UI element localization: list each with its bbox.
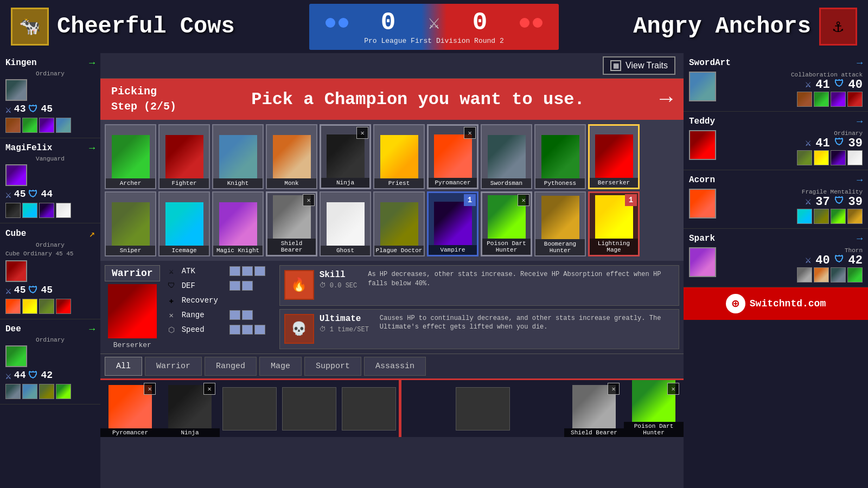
champion-boomerang[interactable]: Boomerang Hunter bbox=[534, 191, 586, 256]
empty-slot-2 bbox=[282, 387, 336, 431]
def-bar-1 bbox=[229, 281, 240, 291]
champion-icemage[interactable]: Icemage bbox=[158, 191, 210, 256]
swordart-right: Collaboration attack ⚔ 41 🛡 40 bbox=[720, 72, 863, 107]
ultimate-desc: Causes HP to continually decrease, and o… bbox=[380, 314, 674, 345]
archer-name: Archer bbox=[106, 178, 155, 188]
priest-name: Priest bbox=[374, 178, 424, 188]
champ-mini bbox=[5, 203, 21, 218]
teddy-arrow[interactable]: → bbox=[857, 116, 863, 127]
dots-left bbox=[326, 18, 348, 28]
teddy-role: Ordinary bbox=[720, 130, 863, 137]
champion-magic-knight[interactable]: Magic Knight bbox=[212, 191, 264, 256]
tab-ranged[interactable]: Ranged bbox=[205, 357, 257, 376]
bottom-pick-poison[interactable]: ✕ Poison Dart Hunter bbox=[624, 380, 684, 437]
cube-arrow[interactable]: ↗ bbox=[89, 228, 95, 240]
dee-champs bbox=[3, 383, 98, 401]
archer-sprite bbox=[112, 135, 150, 178]
traits-icon: ▦ bbox=[610, 60, 621, 71]
spark-arrow[interactable]: → bbox=[857, 233, 863, 244]
teddy-content: Ordinary ⚔ 41 🛡 39 bbox=[686, 129, 865, 167]
poison-bottom-name: Poison Dart Hunter bbox=[624, 422, 684, 437]
champion-fighter[interactable]: Fighter bbox=[158, 124, 210, 189]
score-row: 0 ⚔ 0 bbox=[309, 9, 559, 37]
cube-role-detail: Cube Ordinary 45 45 bbox=[3, 249, 98, 259]
magifelix-role: Vanguard bbox=[3, 155, 98, 163]
team-left-header: 🐄 Cheerful Cows bbox=[0, 8, 309, 46]
center-area: ▦ View Traits Picking Step (2/5) Pick a … bbox=[100, 53, 684, 488]
pyro-sprite bbox=[434, 134, 472, 178]
selected-champ-name: Warrior bbox=[105, 265, 160, 281]
champion-knight[interactable]: Knight bbox=[212, 124, 264, 189]
speed-bar-1 bbox=[229, 325, 240, 335]
kingen-arrow[interactable]: → bbox=[89, 57, 95, 68]
tab-warrior[interactable]: Warrior bbox=[145, 357, 202, 376]
acorn-arrow[interactable]: → bbox=[857, 175, 863, 185]
spark-role: Thorn bbox=[720, 247, 863, 254]
tab-all[interactable]: All bbox=[105, 357, 142, 376]
champ-mini bbox=[22, 118, 37, 133]
skill-title: Skill bbox=[320, 270, 358, 280]
bottom-pick-pyromancer[interactable]: ✕ Pyromancer bbox=[100, 380, 160, 437]
champion-swordsman[interactable]: Swordsman bbox=[481, 124, 532, 189]
magifelix-avatar bbox=[5, 164, 27, 186]
kingen-avatar bbox=[5, 79, 27, 101]
swordart-arrow[interactable]: → bbox=[857, 57, 863, 68]
pyro-bottom-name: Pyromancer bbox=[100, 428, 160, 437]
champion-plague-doctor[interactable]: Plague Doctor bbox=[373, 191, 425, 256]
dot-right-2 bbox=[533, 18, 542, 28]
champion-vampire[interactable]: 1 Vampire bbox=[427, 191, 478, 256]
champion-lightning-mage[interactable]: 1 Lightning Mage bbox=[588, 191, 640, 256]
r-champ-mini bbox=[814, 92, 829, 107]
player-acorn: Acorn → Fragile Mentality ⚔ 37 🛡 39 bbox=[684, 170, 868, 229]
main-content: Kingen → Ordinary ⚔ 43 🛡 45 M bbox=[0, 53, 868, 488]
left-sidebar: Kingen → Ordinary ⚔ 43 🛡 45 M bbox=[0, 53, 100, 488]
r-champ-mini bbox=[831, 150, 846, 165]
acorn-content: Fragile Mentality ⚔ 37 🛡 39 bbox=[686, 187, 865, 226]
bottom-empty-left bbox=[220, 380, 399, 437]
score-right: 0 bbox=[473, 9, 488, 37]
range-label: Range bbox=[182, 311, 225, 319]
priest-sprite bbox=[380, 135, 418, 178]
tab-support[interactable]: Support bbox=[304, 357, 361, 376]
bottom-pick-shield[interactable]: ✕ Shield Bearer bbox=[564, 380, 624, 437]
cube-header: Cube ↗ bbox=[3, 226, 98, 241]
dee-header: Dee → bbox=[3, 322, 98, 336]
champion-priest[interactable]: Priest bbox=[373, 124, 425, 189]
champion-pythoness[interactable]: Pythoness bbox=[534, 124, 586, 189]
champion-monk[interactable]: Monk bbox=[266, 124, 317, 189]
stat-row-speed: ⬡ Speed bbox=[165, 324, 274, 336]
bottom-empty-right bbox=[401, 380, 564, 437]
magifelix-arrow[interactable]: → bbox=[89, 143, 95, 153]
swordsman-sprite bbox=[488, 135, 526, 178]
champion-sniper[interactable]: Sniper bbox=[105, 191, 156, 256]
view-traits-button[interactable]: ▦ View Traits bbox=[603, 56, 675, 75]
dee-arrow[interactable]: → bbox=[89, 324, 95, 335]
switch-ad[interactable]: ⊕ Switchntd.com bbox=[684, 287, 868, 320]
champion-ghost[interactable]: Ghost bbox=[320, 191, 371, 256]
def-bar-2 bbox=[242, 281, 253, 291]
swordart-avatar bbox=[689, 72, 716, 101]
selected-champ-stats: ⚔ ATK 🛡 DEF ✚ bbox=[165, 265, 274, 349]
pyro-ban-icon: ✕ bbox=[464, 127, 476, 139]
player-panel-cube: Cube ↗ Ordinary Cube Ordinary 45 45 ⚔ 45… bbox=[0, 223, 100, 319]
champion-pyromancer[interactable]: ✕ Pyromancer bbox=[427, 124, 478, 189]
champion-row-1: Archer Fighter Knight Monk ✕ Ninja bbox=[105, 124, 679, 189]
champion-poison-dart[interactable]: ✕ Poison Dart Hunter bbox=[481, 191, 532, 256]
poison-ban-icon: ✕ bbox=[518, 194, 529, 206]
player-kingen-header: Kingen → bbox=[3, 56, 98, 70]
r-champ-mini bbox=[831, 267, 846, 282]
dots-right bbox=[520, 18, 542, 28]
dot-right-1 bbox=[520, 18, 529, 28]
spark-name: Spark bbox=[689, 234, 715, 243]
champion-shield-bearer[interactable]: ✕ Shield Bearer bbox=[266, 191, 317, 256]
champion-archer[interactable]: Archer bbox=[105, 124, 156, 189]
champion-ninja[interactable]: ✕ Ninja bbox=[320, 124, 371, 189]
tab-assassin[interactable]: Assassin bbox=[364, 357, 426, 376]
tab-mage[interactable]: Mage bbox=[259, 357, 302, 376]
range-bar-1 bbox=[229, 310, 240, 320]
magifelix-avatar-row bbox=[3, 163, 98, 188]
champion-berserker[interactable]: Berserker bbox=[588, 124, 640, 189]
bottom-pick-ninja[interactable]: ✕ Ninja bbox=[160, 380, 220, 437]
r-champ-mini bbox=[847, 92, 863, 107]
view-traits-bar: ▦ View Traits bbox=[100, 53, 684, 79]
